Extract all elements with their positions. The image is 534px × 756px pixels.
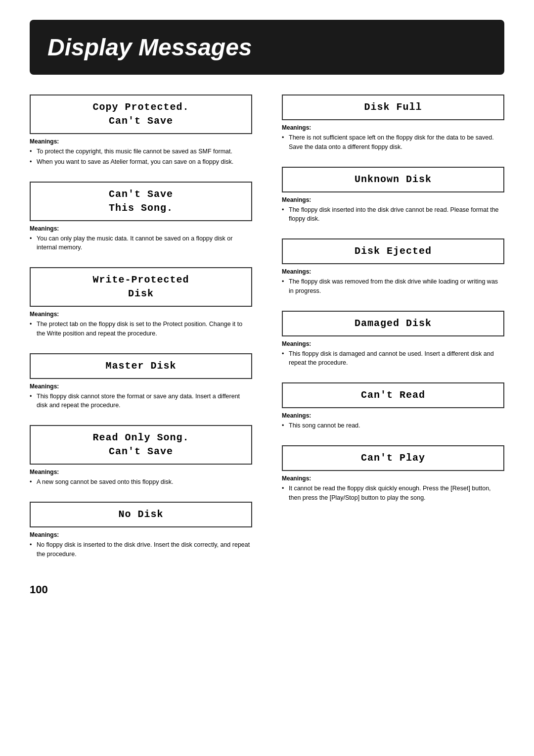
lcd-display-disk-ejected: Disk Ejected: [282, 238, 504, 264]
lcd-display-write-protected-disk: Write-ProtectedDisk: [30, 267, 252, 307]
meaning-item: A new song cannot be saved onto this flo…: [30, 477, 252, 487]
lcd-display-disk-full: Disk Full: [282, 94, 504, 120]
lcd-display-damaged-disk: Damaged Disk: [282, 311, 504, 336]
meanings-list-copy-protected: To protect the copyright, this music fil…: [30, 147, 252, 167]
meanings-list-cant-save-this-song: You can only play the music data. It can…: [30, 234, 252, 253]
meaning-item: This floppy disk is damaged and cannot b…: [282, 349, 504, 368]
meanings-list-damaged-disk: This floppy disk is damaged and cannot b…: [282, 349, 504, 368]
meaning-item: The floppy disk inserted into the disk d…: [282, 205, 504, 224]
meanings-list-disk-full: There is not sufficient space left on th…: [282, 133, 504, 152]
meanings-label-write-protected-disk: Meanings:: [30, 311, 252, 318]
meanings-list-cant-read: This song cannot be read.: [282, 421, 504, 430]
message-block-copy-protected: Copy Protected.Can't SaveMeanings:To pro…: [30, 94, 252, 168]
lcd-display-cant-read: Can't Read: [282, 382, 504, 408]
message-block-cant-play: Can't PlayMeanings:It cannot be read the…: [282, 445, 504, 504]
lcd-display-cant-play: Can't Play: [282, 445, 504, 471]
left-column: Copy Protected.Can't SaveMeanings:To pro…: [30, 94, 252, 573]
page: Display Messages Copy Protected.Can't Sa…: [0, 0, 534, 626]
meanings-label-disk-ejected: Meanings:: [282, 268, 504, 275]
lcd-display-read-only-song: Read Only Song.Can't Save: [30, 425, 252, 465]
meaning-item: To protect the copyright, this music fil…: [30, 147, 252, 156]
lcd-display-copy-protected: Copy Protected.Can't Save: [30, 94, 252, 134]
meanings-label-cant-read: Meanings:: [282, 412, 504, 419]
meaning-item: This floppy disk cannot store the format…: [30, 392, 252, 411]
meanings-list-master-disk: This floppy disk cannot store the format…: [30, 392, 252, 411]
meaning-item: There is not sufficient space left on th…: [282, 133, 504, 152]
meaning-item: The protect tab on the floppy disk is se…: [30, 320, 252, 338]
meaning-item: The floppy disk was removed from the dis…: [282, 277, 504, 296]
meanings-label-no-disk: Meanings:: [30, 531, 252, 538]
meanings-label-disk-full: Meanings:: [282, 124, 504, 131]
meanings-label-damaged-disk: Meanings:: [282, 340, 504, 347]
meaning-item: It cannot be read the floppy disk quickl…: [282, 484, 504, 503]
message-block-no-disk: No DiskMeanings:No floppy disk is insert…: [30, 502, 252, 560]
meanings-label-master-disk: Meanings:: [30, 383, 252, 390]
message-block-unknown-disk: Unknown DiskMeanings:The floppy disk ins…: [282, 167, 504, 225]
message-block-disk-ejected: Disk EjectedMeanings:The floppy disk was…: [282, 238, 504, 297]
lcd-display-no-disk: No Disk: [30, 502, 252, 527]
message-block-cant-save-this-song: Can't SaveThis Song.Meanings:You can onl…: [30, 182, 252, 254]
lcd-display-unknown-disk: Unknown Disk: [282, 167, 504, 192]
meanings-label-copy-protected: Meanings:: [30, 138, 252, 145]
meanings-list-disk-ejected: The floppy disk was removed from the dis…: [282, 277, 504, 296]
meanings-label-cant-play: Meanings:: [282, 475, 504, 482]
message-block-master-disk: Master DiskMeanings:This floppy disk can…: [30, 353, 252, 412]
message-block-disk-full: Disk FullMeanings:There is not sufficien…: [282, 94, 504, 153]
meaning-item: No floppy disk is inserted to the disk d…: [30, 540, 252, 559]
message-block-write-protected-disk: Write-ProtectedDiskMeanings:The protect …: [30, 267, 252, 339]
meanings-label-read-only-song: Meanings:: [30, 469, 252, 475]
message-block-read-only-song: Read Only Song.Can't SaveMeanings:A new …: [30, 425, 252, 488]
meanings-list-cant-play: It cannot be read the floppy disk quickl…: [282, 484, 504, 503]
meaning-item: This song cannot be read.: [282, 421, 504, 430]
meanings-list-read-only-song: A new song cannot be saved onto this flo…: [30, 477, 252, 487]
message-block-cant-read: Can't ReadMeanings:This song cannot be r…: [282, 382, 504, 431]
right-column: Disk FullMeanings:There is not sufficien…: [282, 94, 504, 573]
page-number: 100: [30, 583, 504, 596]
lcd-display-master-disk: Master Disk: [30, 353, 252, 379]
meaning-item: You can only play the music data. It can…: [30, 234, 252, 253]
meanings-label-unknown-disk: Meanings:: [282, 196, 504, 203]
lcd-display-cant-save-this-song: Can't SaveThis Song.: [30, 182, 252, 221]
header-banner: Display Messages: [30, 20, 504, 75]
meanings-list-unknown-disk: The floppy disk inserted into the disk d…: [282, 205, 504, 224]
meaning-item: When you want to save as Atelier format,…: [30, 157, 252, 167]
content-columns: Copy Protected.Can't SaveMeanings:To pro…: [30, 94, 504, 573]
meanings-list-write-protected-disk: The protect tab on the floppy disk is se…: [30, 320, 252, 338]
meanings-list-no-disk: No floppy disk is inserted to the disk d…: [30, 540, 252, 559]
page-title: Display Messages: [47, 34, 487, 61]
meanings-label-cant-save-this-song: Meanings:: [30, 225, 252, 232]
message-block-damaged-disk: Damaged DiskMeanings:This floppy disk is…: [282, 311, 504, 369]
